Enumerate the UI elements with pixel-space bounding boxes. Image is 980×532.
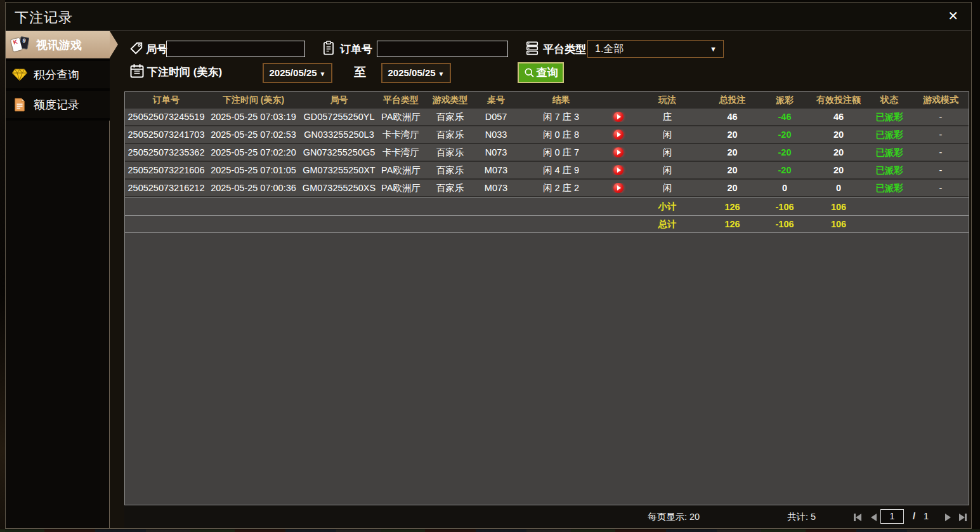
diamond-icon <box>11 69 28 81</box>
close-icon[interactable]: ✕ <box>948 8 958 23</box>
col-platform: 平台类型 <box>379 95 423 106</box>
order-no-cell: 250525073245519 <box>125 112 207 122</box>
last-page-icon[interactable] <box>959 514 967 521</box>
date-to-picker[interactable]: 2025/05/25▼ <box>381 63 451 83</box>
screen: 下注记录 ✕ 9 K 视讯游戏 积分查询 额度记录 <box>0 0 980 532</box>
query-button[interactable]: 查询 <box>518 62 564 83</box>
video-cell <box>607 147 629 157</box>
platform-type-select[interactable]: 1.全部 ▼ <box>587 40 724 58</box>
col-valid-bet: 有效投注额 <box>810 95 867 106</box>
page-size-label: 每页显示: 20 <box>648 511 700 523</box>
table-empty-area <box>125 233 969 505</box>
platform-type-label: 平台类型 <box>543 42 586 57</box>
round-no-cell: GM073255250XS <box>299 183 379 193</box>
dialog-titlebar: 下注记录 ✕ <box>6 3 971 30</box>
first-page-icon[interactable] <box>854 514 861 521</box>
sidebar-item-points-query[interactable]: 积分查询 <box>6 61 110 88</box>
status-cell: 已派彩 <box>867 147 911 159</box>
col-total-bet: 总投注 <box>705 95 759 106</box>
table-row: 250525073235362 2025-05-25 07:02:20 GN07… <box>125 144 969 162</box>
order-no-cell: 250525073216212 <box>125 183 207 193</box>
sidebar-item-label: 视讯游戏 <box>36 37 82 53</box>
sidebar-panel <box>6 121 110 528</box>
total-bet-cell: 20 <box>705 130 759 140</box>
platform-type-icon <box>525 41 539 58</box>
date-to-value: 2025/05/25 <box>388 67 436 78</box>
payout-cell: -20 <box>759 165 810 175</box>
bet-time-cell: 2025-05-25 07:01:05 <box>207 165 299 175</box>
subtotal-row: 小计 126 -106 106 <box>125 197 969 215</box>
table-row: 250525073221606 2025-05-25 07:01:05 GM07… <box>125 162 969 180</box>
prev-page-icon[interactable] <box>871 514 877 521</box>
game-mode-cell: - <box>911 112 969 122</box>
game-type-cell: 百家乐 <box>423 182 477 194</box>
subtotal-payout: -106 <box>759 202 810 212</box>
table-no-cell: D057 <box>477 112 515 122</box>
order-no-label: 订单号 <box>340 42 372 57</box>
status-cell: 已派彩 <box>867 129 911 141</box>
video-cell <box>607 183 629 193</box>
bet-time-label: 下注时间 (美东) <box>147 65 222 79</box>
play-icon[interactable] <box>613 165 624 175</box>
round-no-input[interactable] <box>166 41 305 57</box>
play-icon[interactable] <box>613 130 624 140</box>
caret-down-icon: ▼ <box>320 70 326 77</box>
total-label: 总计 <box>629 218 705 230</box>
valid-bet-cell: 20 <box>810 165 867 175</box>
sidebar-item-video-games[interactable]: 9 K 视讯游戏 <box>6 31 110 58</box>
play-icon[interactable] <box>613 147 624 157</box>
chevron-down-icon: ▼ <box>710 41 717 57</box>
game-type-cell: 百家乐 <box>423 129 477 141</box>
sidebar-item-quota-records[interactable]: 额度记录 <box>6 91 110 118</box>
order-no-cell: 250525073235362 <box>125 147 207 157</box>
background-bleed-bottom <box>0 529 980 532</box>
round-no-cell: GN073255250G5 <box>299 147 379 157</box>
col-status: 状态 <box>867 95 911 106</box>
game-type-cell: 百家乐 <box>423 164 477 176</box>
col-order-no: 订单号 <box>125 95 207 106</box>
date-from-picker[interactable]: 2025/05/25▼ <box>263 63 332 83</box>
page-number-input[interactable]: 1 <box>880 509 904 524</box>
platform-cell: 卡卡湾厅 <box>379 129 423 141</box>
status-cell: 已派彩 <box>867 182 911 194</box>
valid-bet-cell: 46 <box>810 112 867 122</box>
calendar-icon <box>129 63 145 81</box>
table-body: 250525073245519 2025-05-25 07:03:19 GD05… <box>125 109 969 197</box>
record-count-label: 共计: 5 <box>787 511 816 523</box>
page-total: 1 <box>924 511 929 521</box>
order-no-input[interactable] <box>377 41 508 57</box>
platform-cell: PA欧洲厅 <box>379 111 423 123</box>
play-icon[interactable] <box>613 183 624 193</box>
round-no-cell: GM073255250XT <box>299 165 379 175</box>
bet-time-cell: 2025-05-25 07:00:36 <box>207 183 299 193</box>
payout-cell: 0 <box>759 183 810 193</box>
subtotal-valid-bet: 106 <box>810 202 867 212</box>
next-page-icon[interactable] <box>945 514 951 521</box>
round-no-label: 局号 <box>146 42 167 57</box>
col-result: 结果 <box>515 95 607 106</box>
play-type-cell: 庄 <box>629 111 705 123</box>
table-row: 250525073245519 2025-05-25 07:03:19 GD05… <box>125 109 969 126</box>
valid-bet-cell: 20 <box>810 147 867 157</box>
date-to-label: 至 <box>354 64 366 81</box>
valid-bet-cell: 0 <box>810 183 867 193</box>
video-cell <box>607 112 629 122</box>
status-cell: 已派彩 <box>867 164 911 176</box>
payout-cell: -20 <box>759 130 810 140</box>
sidebar-item-label: 积分查询 <box>34 67 79 83</box>
subtotal-total-bet: 126 <box>705 202 759 212</box>
col-table-no: 桌号 <box>477 95 515 106</box>
play-icon[interactable] <box>613 112 624 122</box>
col-payout: 派彩 <box>759 95 810 106</box>
background-bleed-left <box>0 0 5 532</box>
play-type-cell: 闲 <box>629 182 705 194</box>
table-header-row: 订单号 下注时间 (美东) 局号 平台类型 游戏类型 桌号 结果 玩法 总投注 … <box>125 92 969 109</box>
platform-cell: 卡卡湾厅 <box>379 147 423 159</box>
payout-cell: -46 <box>759 112 810 122</box>
col-game-type: 游戏类型 <box>423 95 477 106</box>
clipboard-icon <box>322 40 335 58</box>
play-type-cell: 闲 <box>629 129 705 141</box>
sidebar: 9 K 视讯游戏 积分查询 额度记录 <box>6 31 110 528</box>
total-bet-cell: 20 <box>705 147 759 157</box>
status-cell: 已派彩 <box>867 111 911 123</box>
